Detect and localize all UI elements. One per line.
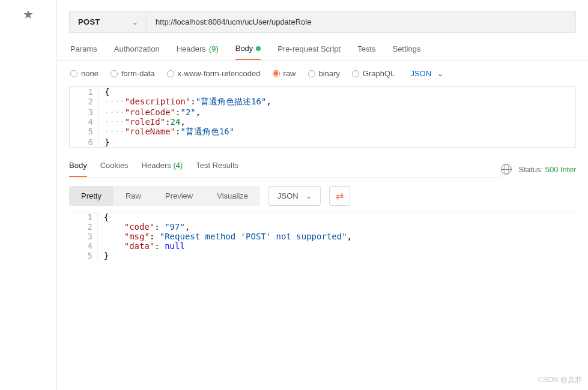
view-mode-segment: Pretty Raw Preview Visualize — [69, 186, 260, 206]
resp-headers-count: (4) — [173, 161, 183, 170]
status-label: Status: — [519, 165, 543, 174]
chevron-down-icon: ⌄ — [437, 70, 443, 78]
globe-icon[interactable] — [501, 164, 512, 175]
resp-tab-cookies[interactable]: Cookies — [100, 161, 129, 177]
main-panel: POST ⌄ Params Authorization Headers (9) … — [57, 0, 588, 390]
view-preview[interactable]: Preview — [153, 186, 205, 206]
tab-authorization[interactable]: Authorization — [114, 44, 160, 60]
response-header-row: Body Cookies Headers (4) Test Results St… — [57, 148, 588, 178]
response-format-select[interactable]: JSON ⌄ — [268, 186, 321, 206]
radio-icon — [308, 70, 315, 77]
response-meta: Status: 500 Inter — [501, 164, 576, 175]
radio-icon — [70, 70, 77, 77]
body-format-select[interactable]: JSON ⌄ — [410, 69, 443, 78]
request-tabs: Params Authorization Headers (9) Body Pr… — [57, 44, 588, 61]
response-view-row: Pretty Raw Preview Visualize JSON ⌄ ⇄ — [57, 178, 588, 212]
status-value: 500 Inter — [545, 165, 576, 174]
radio-graphql[interactable]: GraphQL — [352, 69, 395, 78]
body-type-row: none form-data x-www-form-urlencoded raw… — [57, 61, 588, 86]
tab-body-label: Body — [235, 44, 253, 53]
view-pretty[interactable]: Pretty — [69, 186, 114, 206]
left-rail: ★ — [0, 0, 57, 390]
star-icon[interactable]: ★ — [23, 7, 34, 390]
resp-tab-body[interactable]: Body — [69, 161, 87, 177]
resp-headers-label: Headers — [142, 161, 171, 170]
radio-form-data[interactable]: form-data — [111, 69, 155, 78]
tab-pre-request[interactable]: Pre-request Script — [277, 44, 341, 60]
tab-params[interactable]: Params — [70, 44, 97, 60]
resp-tab-headers[interactable]: Headers (4) — [142, 161, 183, 177]
resp-tab-test-results[interactable]: Test Results — [196, 161, 238, 177]
watermark: CSDN @庞胖 — [538, 375, 582, 385]
chevron-down-icon: ⌄ — [306, 192, 312, 200]
method-label: POST — [78, 17, 100, 26]
response-tabs: Body Cookies Headers (4) Test Results — [69, 161, 501, 178]
request-body-editor[interactable]: 1{2····"description":"普通角色描述16",3····"ro… — [69, 86, 576, 148]
tab-settings[interactable]: Settings — [392, 44, 420, 60]
method-select[interactable]: POST ⌄ — [69, 11, 147, 33]
view-visualize[interactable]: Visualize — [205, 186, 260, 206]
url-input[interactable] — [147, 11, 576, 33]
tab-headers-label: Headers — [177, 44, 206, 53]
unsaved-dot-icon — [256, 46, 261, 51]
tab-tests[interactable]: Tests — [357, 44, 375, 60]
radio-icon — [167, 70, 174, 77]
radio-raw[interactable]: raw — [273, 69, 296, 78]
chevron-down-icon: ⌄ — [132, 18, 138, 26]
radio-binary[interactable]: binary — [308, 69, 340, 78]
view-raw[interactable]: Raw — [114, 186, 153, 206]
radio-icon — [352, 70, 359, 77]
url-row: POST ⌄ — [69, 11, 576, 33]
radio-x-www-form[interactable]: x-www-form-urlencoded — [167, 69, 261, 78]
radio-icon — [111, 70, 118, 77]
wrap-lines-icon[interactable]: ⇄ — [329, 186, 350, 206]
radio-icon — [273, 70, 280, 77]
radio-none[interactable]: none — [70, 69, 99, 78]
tab-headers[interactable]: Headers (9) — [177, 44, 219, 60]
tab-body[interactable]: Body — [235, 44, 261, 60]
response-body-viewer[interactable]: 1{2 "code": "97",3 "msg": "Request metho… — [69, 212, 576, 260]
tab-headers-count: (9) — [209, 44, 219, 53]
